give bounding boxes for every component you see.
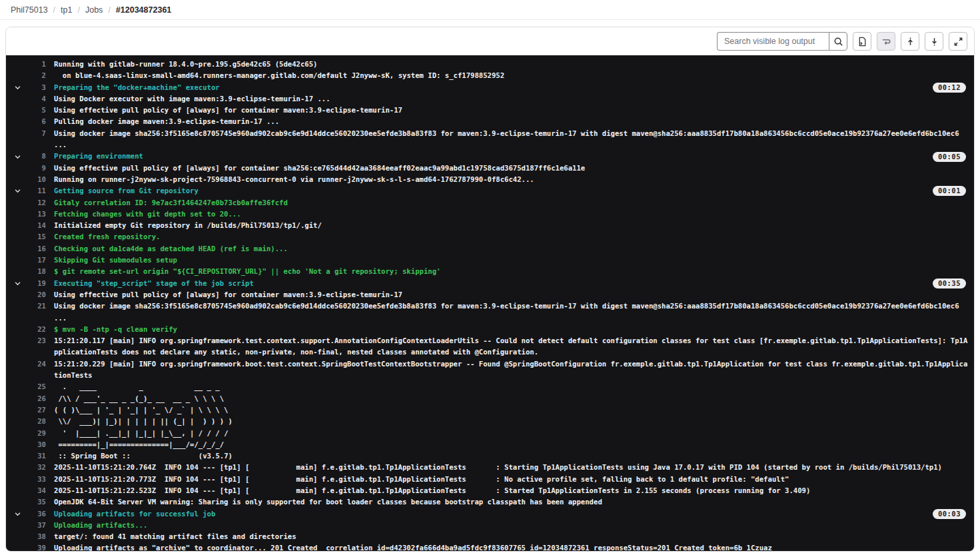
- breadcrumb-link-jobs[interactable]: Jobs: [85, 5, 103, 15]
- log-line-number[interactable]: 13: [26, 209, 46, 220]
- log-line-number[interactable]: 35: [26, 496, 46, 508]
- chevron-down-icon[interactable]: [9, 220, 26, 231]
- chevron-down-icon[interactable]: [9, 105, 26, 116]
- log-line-number[interactable]: 29: [26, 428, 46, 439]
- chevron-down-icon[interactable]: [9, 278, 26, 289]
- log-line-number[interactable]: 2: [26, 70, 46, 81]
- chevron-down-icon[interactable]: [9, 542, 26, 551]
- log-line-number[interactable]: 14: [26, 220, 46, 231]
- log-line-number[interactable]: 19: [26, 278, 46, 289]
- log-line: 3 Preparing the "docker+machine" executo…: [9, 82, 974, 93]
- log-line-number[interactable]: 28: [26, 416, 46, 427]
- chevron-down-icon[interactable]: [9, 485, 26, 496]
- log-line-number[interactable]: 1: [26, 59, 46, 70]
- chevron-down-icon[interactable]: [9, 416, 26, 427]
- chevron-down-icon[interactable]: [9, 289, 26, 300]
- chevron-down-icon[interactable]: [9, 508, 26, 520]
- log-line-number[interactable]: 5: [26, 105, 46, 116]
- breadcrumb-link-user[interactable]: Phil75013: [11, 5, 48, 15]
- log-line-number[interactable]: 21: [26, 300, 46, 312]
- breadcrumb-separator: /: [77, 5, 79, 15]
- log-line-number[interactable]: 25: [26, 381, 46, 392]
- log-line-number[interactable]: 23: [26, 335, 46, 346]
- log-line-number[interactable]: 20: [26, 289, 46, 300]
- chevron-down-icon[interactable]: [9, 439, 26, 450]
- log-line-number[interactable]: 22: [26, 324, 46, 335]
- chevron-down-icon[interactable]: [9, 520, 26, 531]
- log-line-number[interactable]: 3: [26, 82, 46, 93]
- chevron-down-icon[interactable]: [9, 197, 26, 209]
- log-line-number[interactable]: 33: [26, 474, 46, 485]
- log-line-number[interactable]: 37: [26, 520, 46, 531]
- log-line: 38 target/: found 41 matching artifact f…: [9, 531, 974, 542]
- log-line-number[interactable]: 34: [26, 485, 46, 496]
- chevron-down-icon[interactable]: [9, 531, 26, 542]
- log-line-gutter: 28: [9, 416, 46, 427]
- log-line-number[interactable]: 31: [26, 450, 46, 462]
- log-line-number[interactable]: 16: [26, 243, 46, 255]
- chevron-down-icon[interactable]: [9, 82, 26, 93]
- scroll-to-top-button[interactable]: [901, 32, 919, 51]
- chevron-down-icon[interactable]: [9, 70, 26, 81]
- chevron-down-icon[interactable]: [9, 358, 26, 370]
- log-line-number[interactable]: 32: [26, 462, 46, 473]
- log-line-number[interactable]: 4: [26, 93, 46, 105]
- search-input[interactable]: [717, 32, 829, 51]
- chevron-down-icon[interactable]: [9, 335, 26, 346]
- log-line-number[interactable]: 6: [26, 116, 46, 127]
- log-line: 6 Pulling docker image maven:3.9-eclipse…: [9, 116, 974, 127]
- log-line-number[interactable]: 18: [26, 266, 46, 277]
- chevron-down-icon[interactable]: [9, 185, 26, 197]
- chevron-down-icon[interactable]: [9, 243, 26, 255]
- chevron-down-icon[interactable]: [9, 404, 26, 416]
- chevron-down-icon[interactable]: [9, 59, 26, 70]
- chevron-down-icon[interactable]: [9, 381, 26, 392]
- chevron-down-icon[interactable]: [9, 496, 26, 508]
- log-line-number[interactable]: 9: [26, 163, 46, 174]
- chevron-down-icon[interactable]: [9, 450, 26, 462]
- log-line-gutter: 12: [9, 197, 46, 209]
- log-line-text: Running on runner-j2nyww-sk-project-7596…: [46, 174, 974, 185]
- log-line-text: Executing "step_script" stage of the job…: [46, 278, 933, 289]
- chevron-down-icon[interactable]: [9, 300, 26, 312]
- log-line-text: Running with gitlab-runner 18.4.0~pre.19…: [46, 59, 974, 70]
- log-line-number[interactable]: 15: [26, 231, 46, 243]
- log-line-number[interactable]: 27: [26, 404, 46, 416]
- chevron-down-icon[interactable]: [9, 209, 26, 220]
- chevron-down-icon[interactable]: [9, 266, 26, 277]
- chevron-down-icon[interactable]: [9, 116, 26, 127]
- log-line-number[interactable]: 26: [26, 393, 46, 404]
- search-submit-button[interactable]: [829, 32, 847, 51]
- chevron-down-icon[interactable]: [9, 163, 26, 174]
- fullscreen-button[interactable]: [949, 32, 967, 51]
- log-line-number[interactable]: 12: [26, 197, 46, 209]
- log-line-number[interactable]: 38: [26, 531, 46, 542]
- chevron-down-icon[interactable]: [9, 231, 26, 243]
- wrap-lines-button[interactable]: [877, 32, 895, 51]
- log-line-number[interactable]: 39: [26, 542, 46, 551]
- chevron-down-icon[interactable]: [9, 393, 26, 404]
- log-line-number[interactable]: 11: [26, 185, 46, 197]
- chevron-down-icon[interactable]: [9, 128, 26, 139]
- log-line-number[interactable]: 10: [26, 174, 46, 185]
- scroll-to-bottom-button[interactable]: [925, 32, 943, 51]
- chevron-down-icon[interactable]: [9, 174, 26, 185]
- log-line-text: ' |____| .__|_| |_|_| |_\__, | / / / /: [46, 428, 974, 439]
- log-line-number[interactable]: 7: [26, 128, 46, 139]
- log-line-text: Using docker image sha256:3f5165e8c87057…: [46, 300, 974, 324]
- chevron-down-icon[interactable]: [9, 151, 26, 162]
- log-line-gutter: 23: [9, 335, 46, 346]
- log-line-number[interactable]: 30: [26, 439, 46, 450]
- log-line-number[interactable]: 8: [26, 151, 46, 162]
- log-line-number[interactable]: 36: [26, 508, 46, 520]
- log-line-number[interactable]: 17: [26, 255, 46, 266]
- breadcrumb-link-project[interactable]: tp1: [61, 5, 72, 15]
- chevron-down-icon[interactable]: [9, 462, 26, 473]
- chevron-down-icon[interactable]: [9, 93, 26, 105]
- log-line-number[interactable]: 24: [26, 358, 46, 370]
- chevron-down-icon[interactable]: [9, 324, 26, 335]
- chevron-down-icon[interactable]: [9, 474, 26, 485]
- chevron-down-icon[interactable]: [9, 428, 26, 439]
- show-raw-log-button[interactable]: [853, 32, 871, 51]
- chevron-down-icon[interactable]: [9, 255, 26, 266]
